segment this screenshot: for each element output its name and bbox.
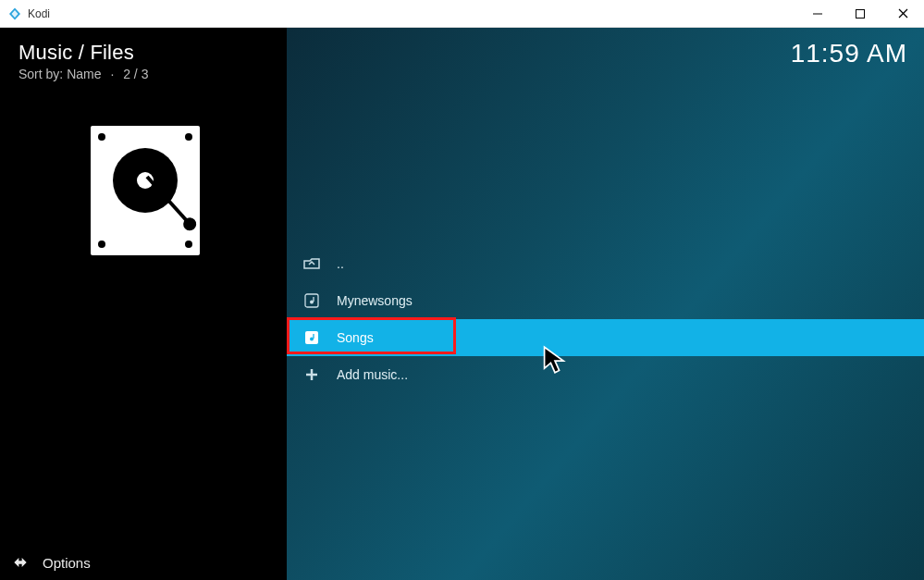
maximize-button[interactable] [839, 0, 881, 28]
sort-separator: · [110, 67, 114, 81]
titlebar-left: Kodi [0, 6, 50, 21]
list-item-selected[interactable]: Songs [287, 319, 924, 356]
music-source-icon [303, 329, 320, 346]
list-item-back[interactable]: .. [287, 245, 924, 282]
folder-up-icon [303, 255, 320, 272]
music-source-icon [303, 292, 320, 309]
minimize-button[interactable] [796, 0, 839, 28]
page-indicator: 2 / 3 [123, 67, 148, 81]
sidebar-header: Music / Files Sort by: Name · 2 / 3 [0, 28, 287, 81]
close-button[interactable] [881, 0, 924, 28]
main-pane: 11:59 AM .. Mynewsongs Songs [287, 28, 924, 580]
window-title: Kodi [28, 7, 50, 20]
options-icon [11, 553, 30, 572]
list-item-label: Songs [337, 330, 374, 345]
sort-line[interactable]: Sort by: Name · 2 / 3 [18, 67, 268, 81]
sort-label: Sort by: [18, 67, 63, 81]
window-titlebar: Kodi [0, 0, 924, 28]
kodi-logo-icon [7, 6, 22, 21]
sort-value: Name [67, 67, 101, 81]
list-item[interactable]: Mynewsongs [287, 282, 924, 319]
app-body: Music / Files Sort by: Name · 2 / 3 Opti… [0, 28, 924, 580]
options-button[interactable]: Options [0, 545, 287, 580]
hard-disk-icon [91, 126, 200, 255]
list-item-label: Add music... [337, 367, 408, 382]
file-list: .. Mynewsongs Songs Add music... [287, 245, 924, 393]
list-item-add[interactable]: Add music... [287, 356, 924, 393]
plus-icon [303, 366, 320, 383]
breadcrumb: Music / Files [18, 41, 268, 65]
list-item-label: .. [337, 256, 344, 271]
svg-rect-1 [856, 9, 865, 18]
clock: 11:59 AM [791, 39, 907, 68]
sidebar: Music / Files Sort by: Name · 2 / 3 Opti… [0, 28, 287, 580]
options-label: Options [43, 555, 91, 571]
list-item-label: Mynewsongs [337, 293, 413, 308]
window-controls [796, 0, 924, 28]
